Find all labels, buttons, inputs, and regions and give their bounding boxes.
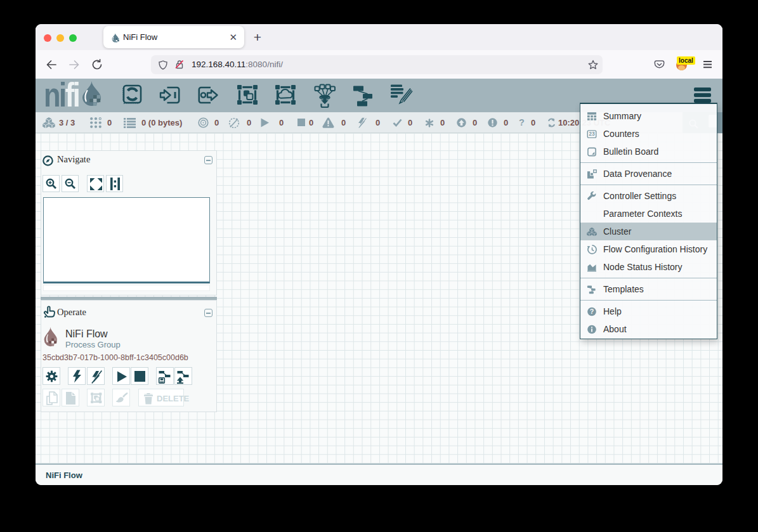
svg-text:?: ? <box>590 308 594 315</box>
svg-text:23: 23 <box>589 131 595 137</box>
